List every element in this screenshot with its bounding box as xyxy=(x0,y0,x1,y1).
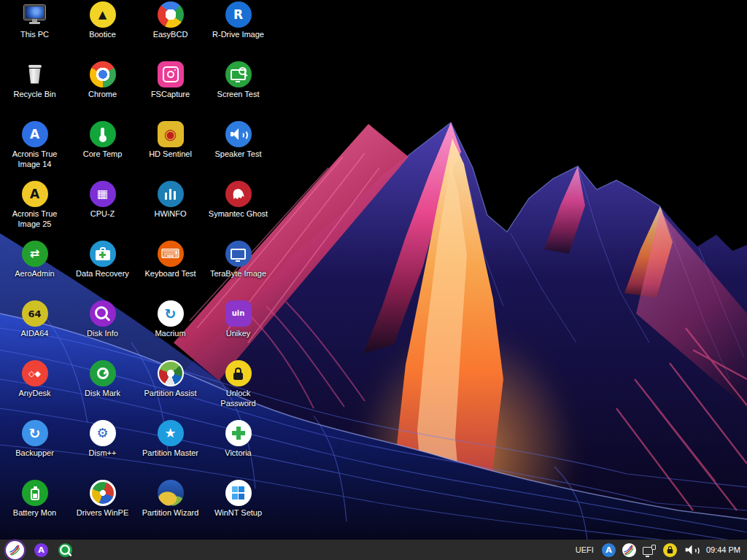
desktop-icon-label: Core Temp xyxy=(66,149,139,160)
desktop-icon-acronis-true-image-14[interactable]: AAcronis True Image 14 xyxy=(1,121,69,170)
desktop-icon-r-drive-image[interactable]: RR-Drive Image xyxy=(204,1,272,40)
desktop-icon-terabyte-image[interactable]: TeraByte Image xyxy=(204,241,272,279)
desktop-icon-bootice[interactable]: ▲Bootice xyxy=(69,1,136,40)
start-button[interactable] xyxy=(6,541,24,559)
desktop-icon-label: Partition Master xyxy=(134,448,206,459)
desktop-icon-unlock-password[interactable]: Unlock Password xyxy=(204,360,272,409)
thermometer-icon xyxy=(90,121,116,147)
desktop-icon-disk-info[interactable]: Disk Info xyxy=(69,300,136,339)
tray-pe-logo[interactable] xyxy=(622,543,636,557)
desktop-icon-hwinfo[interactable]: HWiNFO xyxy=(136,181,204,219)
desktop-icon-fscapture[interactable]: FSCapture xyxy=(136,61,204,100)
desktop-icon-backupper[interactable]: ↻Backupper xyxy=(1,420,69,459)
desktop-icon-easybcd[interactable]: EasyBCD xyxy=(136,1,204,40)
letter-a-icon: A xyxy=(34,543,48,557)
desktop-icon-battery-mon[interactable]: Battery Mon xyxy=(1,480,69,518)
desktop-icon-keyboard-test[interactable]: ⌨Keyboard Test xyxy=(136,241,204,279)
desktop-icon-core-temp[interactable]: Core Temp xyxy=(69,121,136,160)
desktop-icon-label: EasyBCD xyxy=(134,30,206,40)
taskbar-left-icons: A xyxy=(0,541,72,559)
pinwheel-icon xyxy=(90,480,116,506)
desktop-icon-label: Acronis True Image 25 xyxy=(0,209,71,230)
desktop-icon-recycle-bin[interactable]: Recycle Bin xyxy=(1,61,69,100)
desktop-icon-drivers-winpe[interactable]: Drivers WinPE xyxy=(69,480,136,518)
tray-network[interactable] xyxy=(643,543,657,557)
desktop-icon-partition-master[interactable]: ★Partition Master xyxy=(136,420,204,459)
taskbar-tray: UEFI A 09:44 PM xyxy=(576,543,747,557)
desktop-icon-label: WinNT Setup xyxy=(202,508,274,518)
desktop-icon-winnt-setup[interactable]: WinNT Setup xyxy=(204,480,272,518)
desktop-icon-speaker-test[interactable]: Speaker Test xyxy=(204,121,272,160)
desktop-icon-label: HD Sentinel xyxy=(134,149,206,160)
number-64-icon: 64 xyxy=(22,300,48,327)
desktop-icon-label: AnyDesk xyxy=(0,389,71,399)
tray-volume[interactable] xyxy=(684,543,697,557)
desktop-icon-chrome[interactable]: Chrome xyxy=(69,61,136,100)
padlock-icon xyxy=(225,360,252,386)
tray-icons: A xyxy=(602,543,697,557)
desktop-icon-aeroadmin[interactable]: ⇄AeroAdmin xyxy=(1,241,69,279)
windows-grid-icon xyxy=(225,480,252,506)
speaker-icon xyxy=(225,121,252,147)
desktop-icon-partition-wizard[interactable]: Partition Wizard xyxy=(136,480,204,518)
letter-r-icon: R xyxy=(225,1,252,28)
desktop-icon-this-pc[interactable]: This PC xyxy=(1,1,69,40)
tray-unlock-password[interactable] xyxy=(663,543,677,557)
desktop-icon-label: R-Drive Image xyxy=(202,30,274,40)
first-aid-case-icon xyxy=(90,241,116,267)
camera-frame-icon xyxy=(158,61,184,88)
desktop-icon-disk-mark[interactable]: Disk Mark xyxy=(69,360,136,399)
diamonds-icon: ◇◆ xyxy=(22,360,48,386)
tray-app-store[interactable]: A xyxy=(602,543,616,557)
magnifier-icon xyxy=(58,543,72,557)
search-button[interactable] xyxy=(58,543,72,557)
desktop-icon-label: AIDA64 xyxy=(0,329,71,339)
desktop-icon-label: Acronis True Image 14 xyxy=(0,149,71,170)
desktop-icon-label: CPU-Z xyxy=(66,209,139,219)
refresh-arrows-icon: ↻ xyxy=(158,300,184,327)
desktop-icon-label: Unlock Password xyxy=(202,389,274,409)
feather-logo-icon xyxy=(622,543,636,557)
desktop-icon-acronis-true-image-25[interactable]: AAcronis True Image 25 xyxy=(1,181,69,230)
ghost-icon xyxy=(225,181,252,207)
desktop-icon-label: Screen Test xyxy=(202,90,274,100)
keyboard-icon: ⌨ xyxy=(158,241,184,267)
pie-chart-icon xyxy=(158,360,184,386)
desktop-icon-symantec-ghost[interactable]: Symantec Ghost xyxy=(204,181,272,219)
monitor-search-icon xyxy=(225,61,252,88)
desktop-icon-label: Disk Info xyxy=(66,329,139,339)
desktop-icon-label: FSCapture xyxy=(134,90,206,100)
desktop-icon-unikey[interactable]: uinUnikey xyxy=(204,300,272,339)
desktop-icon-label: Partition Assist xyxy=(134,389,206,399)
desktop-icon-label: AeroAdmin xyxy=(0,269,71,279)
desktop-icon-label: Symantec Ghost xyxy=(202,209,274,219)
feather-logo-icon xyxy=(6,541,24,559)
desktop-icon-label: Disk Mark xyxy=(66,389,139,399)
desktop-icon-cpu-z[interactable]: ▦CPU-Z xyxy=(69,181,136,219)
desktop-icon-label: Bootice xyxy=(66,30,139,40)
keycaps-icon: uin xyxy=(225,300,252,327)
desktop-icon-label: This PC xyxy=(0,30,71,40)
desktop-icon-label: Unikey xyxy=(202,329,274,339)
disk-search-icon xyxy=(90,300,116,327)
app-launcher-button[interactable]: A xyxy=(34,543,48,557)
trash-icon xyxy=(22,61,48,88)
taskbar-clock[interactable]: 09:44 PM xyxy=(706,545,740,554)
landscape-icon xyxy=(158,480,184,506)
bar-chart-icon xyxy=(158,181,184,207)
taskbar: A UEFI A 09:44 PM xyxy=(0,540,747,560)
desktop-icon-dism[interactable]: ⚙Dism++ xyxy=(69,420,136,459)
desktop-icon-data-recovery[interactable]: Data Recovery xyxy=(69,241,136,279)
desktop-icon-macrium[interactable]: ↻Macrium xyxy=(136,300,204,339)
desktop-icon-label: Partition Wizard xyxy=(134,508,206,518)
desktop-icon-label: Keyboard Test xyxy=(134,269,206,279)
desktop-icon-label: HWiNFO xyxy=(134,209,206,219)
desktop-icon-anydesk[interactable]: ◇◆AnyDesk xyxy=(1,360,69,399)
letter-a-icon: A xyxy=(22,121,48,147)
desktop-icon-aida64[interactable]: 64AIDA64 xyxy=(1,300,69,339)
desktop-icon-label: Victoria xyxy=(202,448,274,459)
desktop-icon-partition-assist[interactable]: Partition Assist xyxy=(136,360,204,399)
desktop-icon-hd-sentinel[interactable]: ◉HD Sentinel xyxy=(136,121,204,160)
desktop-icon-screen-test[interactable]: Screen Test xyxy=(204,61,272,100)
desktop-icon-victoria[interactable]: Victoria xyxy=(204,420,272,459)
